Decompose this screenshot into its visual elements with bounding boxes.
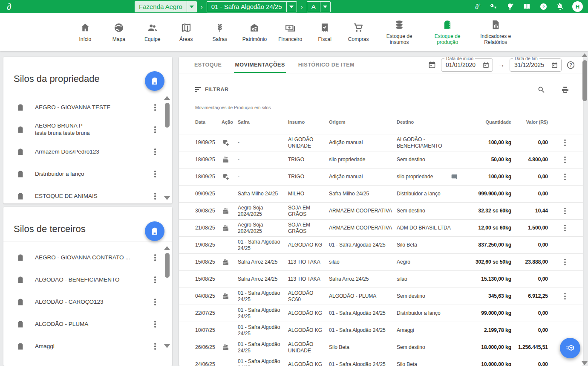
item-menu-icon[interactable]	[151, 125, 159, 134]
nav-item-silo[interactable]: Estoque de produção	[429, 19, 466, 46]
nav-item-team[interactable]: Equipe	[141, 22, 164, 42]
chevron-down-icon[interactable]	[286, 2, 297, 12]
item-menu-icon[interactable]	[151, 103, 159, 112]
avatar[interactable]: H	[572, 1, 583, 12]
tab-hist-rico-de-item[interactable]: HISTÓRICO DE ITEM	[298, 57, 355, 73]
column-header: Origem	[329, 119, 397, 125]
scroll-down-icon[interactable]	[164, 344, 170, 348]
silo-list-item[interactable]: Amaggi	[3, 335, 161, 357]
nav-item-label: Áreas	[179, 36, 193, 42]
start-date-label: Data de início	[444, 57, 475, 61]
scrollbar-thumb[interactable]	[165, 103, 170, 128]
silo-subtitle: teste bruna teste bruna	[35, 130, 151, 137]
item-menu-icon[interactable]	[151, 192, 159, 201]
scroll-up-icon[interactable]	[164, 96, 170, 100]
scroll-up-icon[interactable]	[164, 246, 170, 250]
column-header: Quantidade	[466, 119, 511, 125]
nav-item-barn[interactable]: Patrimônio	[242, 22, 267, 42]
item-menu-icon[interactable]	[151, 320, 159, 329]
silo-list-item[interactable]: ALGODÃO - PLUMA	[3, 313, 161, 335]
cell-valor: 0,00	[511, 242, 548, 248]
item-menu-icon[interactable]	[151, 275, 159, 285]
add-silo-terceiro-button[interactable]	[145, 221, 164, 241]
aegro-plus-icon[interactable]: ∂+	[475, 3, 481, 11]
harvest-selector[interactable]: 01 - Safra Algodão 24/25	[207, 1, 297, 12]
nav-item-home[interactable]: Início	[74, 22, 96, 42]
cell-data: 04/08/25	[195, 293, 222, 299]
nav-item-report[interactable]: Indicadores e Relatórios	[477, 19, 514, 46]
silo-list-item[interactable]: Armazem Dois/Pedro123	[3, 141, 161, 163]
search-icon[interactable]	[537, 86, 545, 94]
lightbulb-icon[interactable]	[506, 3, 514, 11]
chevron-down-icon[interactable]	[320, 2, 330, 12]
nav-item-wheat[interactable]: Safras	[209, 22, 231, 42]
tab-movimenta-es[interactable]: MOVIMENTAÇÕES	[235, 57, 285, 73]
tab-estoque[interactable]: ESTOQUE	[194, 57, 222, 73]
cell-insumo: ALGODÃO UNIDADE	[288, 341, 329, 354]
scroll-up-icon[interactable]	[582, 53, 588, 57]
book-icon[interactable]	[522, 3, 531, 11]
row-menu-icon[interactable]	[561, 138, 569, 148]
nav-item-receipt[interactable]: Fiscal	[314, 22, 336, 42]
end-date-field[interactable]: Data de fim 31/12/2025	[510, 58, 562, 72]
row-menu-icon[interactable]	[561, 292, 569, 301]
nav-item-areas-map[interactable]: Áreas	[175, 22, 197, 42]
silo-list-item[interactable]: Distribuidor a lanço	[3, 163, 161, 185]
cell-menu	[548, 155, 571, 165]
row-menu-icon[interactable]	[561, 258, 569, 267]
nav-item-cart[interactable]: Compras	[347, 22, 369, 42]
destino-text: silao	[397, 276, 407, 282]
item-menu-icon[interactable]	[151, 147, 159, 157]
silo-list-item[interactable]: AEGRO BRUNA Pteste bruna teste bruna	[3, 119, 161, 141]
panel-scrollbar[interactable]	[164, 96, 170, 200]
key-icon[interactable]	[489, 3, 498, 11]
cell-acao	[222, 292, 238, 300]
cell-destino: Aegro	[397, 259, 466, 265]
scroll-down-icon[interactable]	[582, 361, 588, 365]
nav-item-database[interactable]: Estoque de insumos	[381, 19, 418, 46]
silo-list-item[interactable]: AEGRO - GIOVANNA TESTE	[3, 96, 161, 119]
item-menu-icon[interactable]	[151, 169, 159, 179]
scrollbar-thumb[interactable]	[582, 60, 587, 101]
row-menu-icon[interactable]	[561, 172, 569, 182]
print-icon[interactable]	[561, 86, 569, 94]
silo-list-item[interactable]: AEGRO - GIOVANNA CONTRATO ...	[3, 247, 161, 269]
destino-text: Sem destino	[397, 157, 425, 163]
item-menu-icon[interactable]	[151, 342, 159, 351]
cell-valor: 0,00	[511, 327, 548, 333]
add-stock-icon	[222, 173, 238, 181]
scroll-down-icon[interactable]	[164, 196, 170, 200]
silo-list-item[interactable]: ALGODÃO - BENEFICIAMENTO	[3, 269, 161, 291]
panel-scrollbar[interactable]	[164, 246, 170, 348]
start-date-value[interactable]: 01/01/2020	[446, 61, 482, 68]
plot-selector[interactable]: A	[307, 1, 331, 12]
filter-button[interactable]: FILTRAR	[195, 87, 228, 93]
nav-item-map-globe[interactable]: Mapa	[108, 22, 130, 42]
end-date-value[interactable]: 31/12/2025	[514, 61, 551, 68]
cell-valor: 23.888,00	[511, 259, 548, 265]
notifications-off-icon[interactable]	[556, 3, 564, 11]
calendar-icon[interactable]	[551, 61, 558, 69]
sale-icon	[222, 343, 238, 351]
calendar-icon[interactable]	[482, 61, 490, 69]
row-menu-icon[interactable]	[561, 155, 569, 165]
item-menu-icon[interactable]	[151, 297, 159, 307]
silo-list-item[interactable]: ESTOQUE DE ANIMAIS	[3, 185, 161, 203]
move-production-fab[interactable]	[560, 338, 580, 358]
help-outline-icon[interactable]: ?	[566, 61, 575, 70]
nav-item-money[interactable]: Financeiro	[278, 22, 302, 42]
row-menu-icon[interactable]	[561, 206, 569, 216]
scrollbar-thumb[interactable]	[165, 253, 170, 278]
item-menu-icon[interactable]	[151, 253, 159, 262]
page-scrollbar[interactable]	[581, 52, 588, 366]
silo-list-item[interactable]: ALGODÃO - CAROÇO123	[3, 291, 161, 313]
chevron-down-icon[interactable]	[187, 1, 197, 12]
start-date-field[interactable]: Data de início 01/01/2020	[441, 58, 493, 72]
cell-quantidade: 50,00 kg	[466, 157, 511, 163]
calendar-range-icon[interactable]	[428, 61, 436, 69]
row-menu-icon[interactable]	[561, 224, 569, 233]
help-icon[interactable]: ?	[539, 3, 548, 11]
farm-selector[interactable]: Fazenda Aegro	[135, 1, 197, 12]
add-silo-button[interactable]	[145, 71, 164, 91]
nav-item-label: Indicadores e Relatórios	[477, 33, 514, 46]
